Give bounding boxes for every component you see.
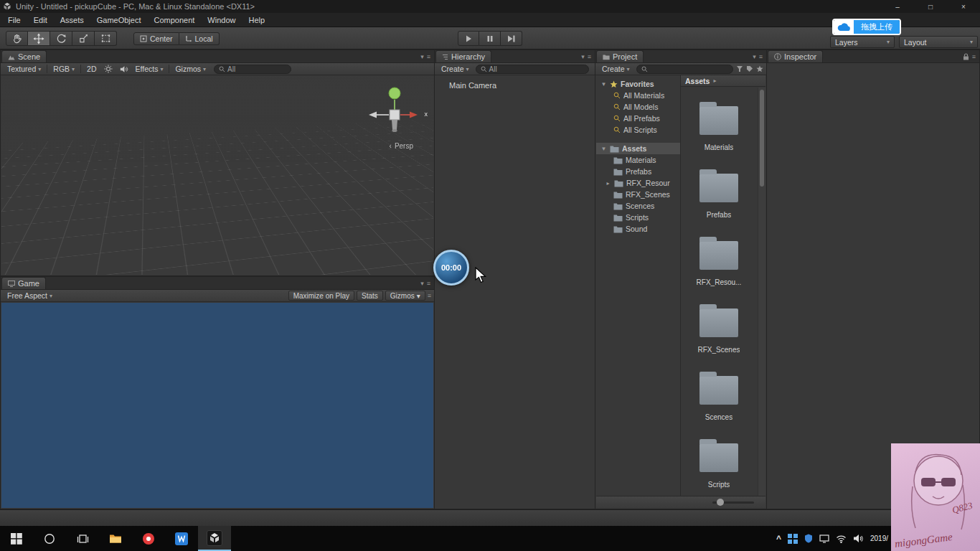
orientation-gizmo[interactable] bbox=[367, 82, 422, 138]
audio-toggle-button[interactable] bbox=[116, 64, 132, 75]
rotate-tool-button[interactable] bbox=[50, 31, 72, 46]
scene-viewport[interactable]: x ‹ Persp bbox=[1, 76, 433, 275]
rect-tool-button[interactable] bbox=[95, 31, 117, 46]
play-button[interactable] bbox=[458, 31, 479, 46]
caret-down-icon[interactable]: ▼ bbox=[600, 146, 607, 152]
scene-search-input[interactable]: All bbox=[214, 65, 291, 74]
volume-icon[interactable] bbox=[853, 534, 864, 543]
tree-item-rfx-scenes[interactable]: RFX_Scenes bbox=[596, 189, 680, 200]
tree-item-rfx-resources[interactable]: ▸ RFX_Resour bbox=[596, 177, 680, 189]
scrollbar-thumb[interactable] bbox=[760, 90, 764, 187]
project-breadcrumb[interactable]: Assets ▸ bbox=[681, 75, 765, 87]
tab-inspector[interactable]: Inspector bbox=[768, 50, 823, 62]
folder-materials[interactable]: Materials bbox=[681, 95, 757, 162]
project-scrollbar[interactable] bbox=[758, 88, 765, 496]
lock-icon[interactable] bbox=[963, 53, 969, 60]
menu-help[interactable]: Help bbox=[242, 16, 271, 24]
inspector-panel-menu[interactable]: ≡ bbox=[963, 50, 979, 62]
file-explorer-button[interactable] bbox=[99, 526, 132, 551]
space-local-button[interactable]: Local bbox=[179, 32, 220, 45]
screen-recorder-timer[interactable]: 00:00 bbox=[433, 250, 469, 286]
wifi-icon[interactable] bbox=[836, 534, 847, 543]
project-panel-menu[interactable]: ▾ ≡ bbox=[753, 50, 766, 62]
folder-rfx-resources[interactable]: RFX_Resou... bbox=[681, 230, 757, 297]
step-button[interactable] bbox=[501, 31, 522, 46]
security-shield-icon[interactable] bbox=[804, 534, 813, 543]
folder-rfx-scenes[interactable]: RFX_Scenes bbox=[681, 297, 757, 364]
hierarchy-search-input[interactable]: All bbox=[476, 65, 589, 74]
toggle-2d-button[interactable]: 2D bbox=[83, 64, 100, 75]
wps-button[interactable] bbox=[165, 526, 198, 551]
pivot-center-button[interactable]: Center bbox=[133, 32, 179, 45]
tab-hierarchy[interactable]: Hierarchy bbox=[435, 50, 491, 62]
folder-scences[interactable]: Scences bbox=[681, 364, 757, 432]
menu-icon[interactable]: ≡ bbox=[428, 292, 431, 299]
scene-panel-menu[interactable]: ▾ ≡ bbox=[420, 50, 434, 62]
display-tray-icon[interactable] bbox=[819, 534, 829, 543]
hierarchy-item-main-camera[interactable]: Main Camera bbox=[435, 80, 595, 91]
render-channel-dropdown[interactable]: RGB ▾ bbox=[50, 64, 78, 75]
game-gizmos-dropdown[interactable]: Gizmos ▾ bbox=[385, 291, 425, 301]
move-tool-button[interactable] bbox=[28, 31, 50, 46]
effects-dropdown[interactable]: Effects ▾ bbox=[132, 64, 167, 75]
favorite-all-scripts[interactable]: All Scripts bbox=[596, 124, 680, 136]
scale-tool-button[interactable] bbox=[72, 31, 95, 46]
game-panel-menu[interactable]: ▾ ≡ bbox=[420, 277, 434, 289]
maximize-on-play-button[interactable]: Maximize on Play bbox=[288, 291, 354, 301]
layout-dropdown[interactable]: Layout ▾ bbox=[899, 36, 978, 48]
taskbar-clock[interactable]: 2019/ bbox=[870, 534, 888, 542]
perspective-toggle[interactable]: ‹ Persp bbox=[390, 142, 413, 150]
folder-scripts[interactable]: Scripts bbox=[681, 432, 757, 496]
favorite-all-materials[interactable]: All Materials bbox=[596, 90, 680, 101]
favorite-all-models[interactable]: All Models bbox=[596, 101, 680, 113]
menu-component[interactable]: Component bbox=[147, 16, 201, 24]
lighting-toggle-button[interactable] bbox=[100, 64, 116, 75]
tab-game[interactable]: Game bbox=[1, 277, 46, 289]
tab-scene[interactable]: Scene bbox=[1, 50, 47, 62]
unity-taskbar-button[interactable] bbox=[198, 526, 231, 551]
slider-knob[interactable] bbox=[717, 499, 724, 506]
pause-button[interactable] bbox=[479, 31, 501, 46]
task-view-button[interactable] bbox=[66, 526, 99, 551]
stats-button[interactable]: Stats bbox=[357, 291, 383, 301]
drag-upload-button[interactable]: 拖拽上传 bbox=[832, 19, 901, 35]
search-by-label-icon[interactable] bbox=[746, 65, 753, 72]
aspect-ratio-dropdown[interactable]: Free Aspect ▾ bbox=[4, 291, 56, 301]
maximize-button[interactable]: □ bbox=[914, 0, 947, 13]
project-create-dropdown[interactable]: Create ▾ bbox=[598, 64, 633, 75]
tree-item-scripts[interactable]: Scripts bbox=[596, 212, 680, 223]
menu-window[interactable]: Window bbox=[201, 16, 242, 24]
caret-down-icon[interactable]: ▼ bbox=[600, 81, 607, 88]
hierarchy-panel-menu[interactable]: ▾ ≡ bbox=[581, 50, 595, 62]
menu-edit[interactable]: Edit bbox=[27, 16, 54, 24]
cortana-search-button[interactable] bbox=[33, 526, 66, 551]
layers-dropdown[interactable]: Layers ▾ bbox=[830, 36, 895, 48]
hidden-icons-caret[interactable]: ^ bbox=[776, 534, 781, 544]
tray-app-icon[interactable] bbox=[788, 534, 798, 544]
start-button[interactable] bbox=[0, 526, 33, 551]
menu-file[interactable]: File bbox=[1, 16, 27, 24]
tree-item-assets[interactable]: ▼ Assets bbox=[596, 143, 680, 154]
tree-item-sound[interactable]: Sound bbox=[596, 223, 680, 235]
scene-gizmos-dropdown[interactable]: Gizmos ▾ bbox=[171, 64, 209, 75]
game-viewport[interactable] bbox=[1, 303, 433, 508]
folder-prefabs[interactable]: Prefabs bbox=[681, 162, 757, 230]
favorite-all-prefabs[interactable]: All Prefabs bbox=[596, 113, 680, 124]
search-by-type-icon[interactable] bbox=[736, 65, 743, 72]
menu-gameobject[interactable]: GameObject bbox=[90, 16, 148, 24]
save-search-star-icon[interactable] bbox=[756, 65, 763, 72]
shading-mode-dropdown[interactable]: Textured ▾ bbox=[4, 64, 44, 75]
tree-item-prefabs[interactable]: Prefabs bbox=[596, 166, 680, 177]
minimize-button[interactable]: – bbox=[881, 0, 914, 13]
hand-tool-button[interactable] bbox=[6, 31, 28, 46]
thumbnail-zoom-slider[interactable] bbox=[712, 501, 754, 504]
tree-item-scences[interactable]: Scences bbox=[596, 200, 680, 212]
tree-item-materials[interactable]: Materials bbox=[596, 154, 680, 166]
recorder-app-button[interactable] bbox=[132, 526, 165, 551]
hierarchy-create-dropdown[interactable]: Create ▾ bbox=[438, 64, 473, 75]
project-search-input[interactable] bbox=[636, 65, 733, 74]
favorites-header[interactable]: ▼ Favorites bbox=[596, 78, 680, 90]
caret-right-icon[interactable]: ▸ bbox=[605, 180, 611, 187]
close-button[interactable]: × bbox=[947, 0, 980, 13]
menu-assets[interactable]: Assets bbox=[54, 16, 90, 24]
